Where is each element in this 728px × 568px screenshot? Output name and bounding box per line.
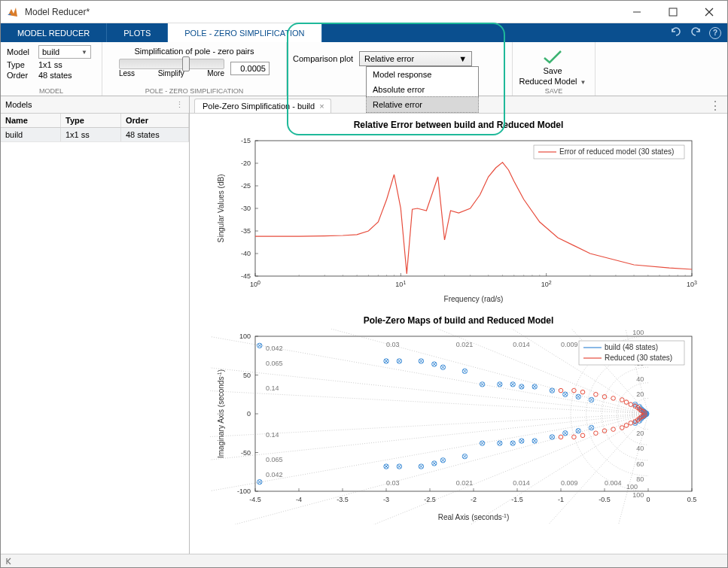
svg-text:0.5: 0.5: [687, 496, 697, 503]
dropdown-opt-absolute-error[interactable]: Absolute error: [367, 82, 478, 97]
chart2-title: Pole-Zero Maps of build and Reduced Mode…: [199, 315, 718, 326]
help-icon[interactable]: ?: [709, 27, 721, 39]
svg-text:0.042: 0.042: [266, 345, 283, 352]
svg-text:103: 103: [687, 280, 697, 289]
checkmark-icon: [543, 50, 562, 65]
svg-text:0.009: 0.009: [561, 479, 578, 487]
svg-text:-3: -3: [383, 496, 389, 503]
svg-text:-2: -2: [471, 496, 477, 503]
save-reduced-model-button[interactable]: Save Reduced Model▼: [519, 45, 586, 90]
redo-icon[interactable]: [690, 26, 702, 41]
relative-error-chart[interactable]: -45-40-35-30-25-20-15100101102103Frequen…: [210, 133, 707, 306]
dropdown-opt-relative-error[interactable]: Relative error: [366, 96, 479, 113]
table-row[interactable]: build 1x1 ss 48 states: [1, 128, 189, 142]
svg-text:-25: -25: [241, 182, 251, 190]
dropdown-opt-model-response[interactable]: Model response: [367, 67, 478, 82]
svg-text:-20: -20: [241, 159, 251, 167]
plots-area: Relative Error between build and Reduced…: [190, 114, 727, 554]
svg-text:0.021: 0.021: [456, 341, 474, 348]
svg-text:-1: -1: [558, 496, 564, 503]
slider-mid-label: Simplify: [158, 69, 184, 77]
doc-panel-menu-icon[interactable]: ⋮: [703, 99, 727, 113]
svg-point-280: [580, 390, 585, 394]
models-panel-title: Models: [5, 100, 32, 109]
minimize-button[interactable]: [625, 4, 649, 20]
svg-text:0.004: 0.004: [605, 479, 622, 487]
simplify-slider[interactable]: [119, 59, 224, 69]
svg-rect-4: [255, 141, 692, 276]
maximize-button[interactable]: [661, 4, 685, 20]
svg-text:-50: -50: [241, 449, 251, 457]
tolerance-input[interactable]: 0.0005: [230, 62, 270, 75]
collapse-left-icon[interactable]: [5, 557, 13, 565]
matlab-logo-icon: [7, 6, 19, 18]
svg-line-70: [296, 414, 648, 524]
model-select[interactable]: build▼: [38, 45, 91, 59]
tab-pole-zero-simplification[interactable]: POLE - ZERO SIMPLIFICATION: [168, 23, 321, 42]
pole-zero-chart[interactable]: 0.0420.0650.140.140.0650.0420.030.030.02…: [210, 329, 707, 524]
status-bar: [1, 554, 727, 567]
tab-model-reducer[interactable]: MODEL REDUCER: [1, 23, 107, 42]
toolstrip: Model build▼ Type 1x1 ss Order 48 states…: [1, 42, 727, 96]
svg-text:101: 101: [395, 280, 406, 289]
svg-text:Singular Values (dB): Singular Values (dB): [217, 175, 225, 243]
comparison-dropdown[interactable]: Relative error▼: [359, 51, 472, 66]
svg-point-286: [611, 396, 616, 401]
main-tabstrip: MODEL REDUCER PLOTS POLE - ZERO SIMPLIFI…: [1, 23, 727, 42]
col-type[interactable]: Type: [61, 114, 121, 127]
type-value: 1x1 ss: [38, 60, 96, 69]
close-button[interactable]: [697, 4, 721, 20]
svg-text:-45: -45: [241, 272, 251, 280]
svg-text:-35: -35: [241, 227, 251, 235]
svg-text:build (48 states): build (48 states): [605, 343, 658, 351]
svg-text:100: 100: [250, 280, 260, 289]
comparison-label: Comparison plot: [293, 54, 353, 63]
svg-text:Frequency (rad/s): Frequency (rad/s): [444, 295, 504, 303]
tab-plots[interactable]: PLOTS: [107, 23, 168, 42]
svg-text:Real Axis (seconds-1): Real Axis (seconds-1): [438, 513, 510, 522]
svg-text:-30: -30: [241, 205, 251, 212]
order-value: 48 states: [38, 71, 96, 80]
section-label-model: MODEL: [1, 87, 102, 95]
close-tab-icon[interactable]: ×: [319, 102, 324, 111]
svg-point-289: [620, 426, 624, 430]
svg-text:50: 50: [243, 372, 251, 379]
svg-text:40: 40: [636, 375, 644, 383]
svg-text:100: 100: [239, 333, 251, 340]
models-panel: Models ⋮ Name Type Order build 1x1 ss 48…: [1, 96, 190, 554]
document-tab[interactable]: Pole-Zero Simplification - build ×: [194, 99, 331, 113]
svg-text:40: 40: [636, 445, 644, 452]
slider-less-label: Less: [119, 69, 135, 77]
svg-text:-100: -100: [237, 488, 251, 495]
undo-icon[interactable]: [670, 26, 682, 41]
col-name[interactable]: Name: [1, 114, 61, 127]
svg-text:0: 0: [247, 410, 251, 418]
svg-text:Imaginary Axis (seconds-1): Imaginary Axis (seconds-1): [217, 369, 226, 458]
svg-text:-4.5: -4.5: [249, 496, 261, 503]
svg-text:100: 100: [632, 491, 644, 499]
svg-text:Error of reduced model (30 sta: Error of reduced model (30 states): [559, 147, 674, 156]
svg-text:80: 80: [636, 475, 644, 483]
models-table-header: Name Type Order: [1, 114, 189, 128]
svg-text:0.042: 0.042: [266, 471, 283, 478]
svg-text:0.009: 0.009: [561, 341, 578, 348]
type-label: Type: [7, 60, 34, 69]
svg-text:0.14: 0.14: [266, 384, 279, 392]
col-order[interactable]: Order: [121, 114, 189, 127]
svg-point-287: [611, 427, 616, 432]
svg-text:100: 100: [632, 329, 644, 336]
svg-text:0.014: 0.014: [513, 479, 530, 487]
section-label-save: SAVE: [513, 87, 595, 95]
svg-text:0.065: 0.065: [266, 456, 283, 463]
svg-point-281: [580, 433, 585, 438]
svg-text:0.021: 0.021: [456, 479, 474, 487]
svg-text:20: 20: [636, 430, 644, 437]
slider-more-label: More: [207, 69, 224, 77]
svg-line-72: [512, 414, 648, 524]
panel-menu-icon[interactable]: ⋮: [175, 100, 184, 110]
svg-text:102: 102: [541, 280, 552, 289]
svg-text:100: 100: [626, 483, 638, 491]
svg-text:-1.5: -1.5: [511, 496, 523, 503]
svg-point-290: [624, 400, 629, 405]
svg-text:0: 0: [646, 496, 650, 503]
